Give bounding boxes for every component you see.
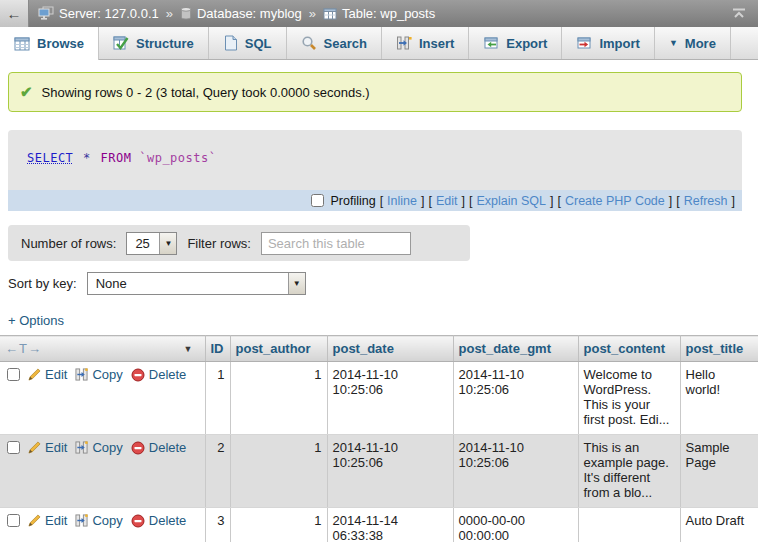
- tab-insert[interactable]: Insert: [382, 27, 469, 59]
- sort-by-key-label: Sort by key:: [8, 276, 77, 291]
- delete-link[interactable]: Delete: [131, 440, 187, 455]
- cell-id[interactable]: 3: [205, 508, 230, 542]
- cell-post-content[interactable]: Welcome to WordPress. This is your first…: [578, 362, 680, 435]
- collapse-panel-icon[interactable]: [732, 8, 746, 19]
- breadcrumb-server[interactable]: Server: 127.0.0.1: [59, 6, 159, 21]
- column-header-actions: ←T→ ▼: [0, 336, 205, 362]
- edit-link[interactable]: Edit: [28, 440, 67, 455]
- column-header-post-content[interactable]: post_content: [578, 336, 680, 362]
- column-header-post-date-gmt[interactable]: post_date_gmt: [453, 336, 578, 362]
- sql-keyword-select: SELECT: [27, 151, 73, 165]
- tab-export[interactable]: Export: [469, 27, 562, 59]
- page-size-select[interactable]: 25 ▼: [126, 232, 177, 255]
- bracket: ]: [732, 194, 735, 208]
- cell-post-date-gmt[interactable]: 2014-11-10 10:25:06: [453, 362, 578, 435]
- column-header-post-title[interactable]: post_title: [680, 336, 758, 362]
- cell-post-date[interactable]: 2014-11-10 10:25:06: [327, 435, 453, 508]
- sort-key-select[interactable]: None ▼: [87, 272, 306, 295]
- refresh-link[interactable]: Refresh: [684, 194, 728, 208]
- sql-query-box: SELECT * FROM `wp_posts` Profiling [ Inl…: [8, 130, 742, 211]
- delete-icon: [131, 441, 145, 455]
- cell-post-date[interactable]: 2014-11-14 06:33:38: [327, 508, 453, 542]
- back-arrow-button[interactable]: ←: [0, 0, 29, 27]
- column-header-post-author[interactable]: post_author: [230, 336, 327, 362]
- column-move-icon: ←T→: [5, 341, 42, 356]
- edit-label: Edit: [45, 513, 67, 528]
- row-checkbox[interactable]: [7, 514, 20, 527]
- table-icon: [323, 7, 337, 21]
- create-php-code-link[interactable]: Create PHP Code: [565, 194, 665, 208]
- cell-post-date-gmt[interactable]: 0000-00-00 00:00:00: [453, 508, 578, 542]
- tab-label: More: [685, 36, 716, 51]
- bracket: [: [380, 194, 383, 208]
- edit-link[interactable]: Edit: [28, 513, 67, 528]
- breadcrumb: Server: 127.0.0.1 » Database: myblog » T…: [29, 6, 435, 21]
- sql-star: *: [83, 151, 91, 165]
- tab-import[interactable]: Import: [562, 27, 654, 59]
- sql-table-ref: `wp_posts`: [139, 151, 216, 165]
- query-toolbar: Profiling [ Inline ] [ Edit ] [ Explain …: [8, 190, 742, 211]
- cell-post-content[interactable]: This is an example page. It's different …: [578, 435, 680, 508]
- edit-query-link[interactable]: Edit: [436, 194, 458, 208]
- profiling-label: Profiling: [330, 194, 375, 208]
- cell-id[interactable]: 2: [205, 435, 230, 508]
- server-icon: [38, 6, 54, 21]
- breadcrumb-table[interactable]: Table: wp_posts: [342, 6, 435, 21]
- copy-link[interactable]: Copy: [75, 367, 122, 382]
- left-arrow-icon: ←: [7, 5, 22, 22]
- row-checkbox[interactable]: [7, 441, 20, 454]
- tab-browse[interactable]: Browse: [0, 27, 99, 60]
- cell-post-content[interactable]: [578, 508, 680, 542]
- column-header-id[interactable]: ID: [205, 336, 230, 362]
- phpmyadmin-screen: ← Server: 127.0.0.1 » Database: myblog »: [0, 0, 758, 542]
- cell-post-title[interactable]: Sample Page: [680, 435, 758, 508]
- tab-label: Import: [599, 36, 639, 51]
- delete-link[interactable]: Delete: [131, 513, 187, 528]
- status-message: ✔ Showing rows 0 - 2 (3 total, Query too…: [8, 72, 742, 112]
- cell-post-author[interactable]: 1: [230, 508, 327, 542]
- cell-post-date-gmt[interactable]: 2014-11-10 10:25:06: [453, 435, 578, 508]
- options-toggle[interactable]: + Options: [8, 313, 64, 328]
- tab-search[interactable]: Search: [287, 27, 382, 59]
- profiling-checkbox[interactable]: [311, 194, 324, 207]
- tab-sql[interactable]: SQL: [209, 27, 287, 59]
- explain-sql-link[interactable]: Explain SQL: [476, 194, 545, 208]
- breadcrumb-database[interactable]: Database: myblog: [197, 6, 302, 21]
- tab-label: Export: [506, 36, 547, 51]
- chevron-down-icon: ▼: [159, 233, 176, 254]
- cell-post-author[interactable]: 1: [230, 435, 327, 508]
- bracket: [: [676, 194, 679, 208]
- filter-rows-input[interactable]: [261, 232, 411, 255]
- delete-label: Delete: [149, 513, 187, 528]
- row-checkbox[interactable]: [7, 368, 20, 381]
- tab-label: Search: [324, 36, 367, 51]
- copy-link[interactable]: Copy: [75, 513, 122, 528]
- export-icon: [483, 35, 499, 51]
- cell-id[interactable]: 1: [205, 362, 230, 435]
- cell-post-title[interactable]: Hello world!: [680, 362, 758, 435]
- cell-post-author[interactable]: 1: [230, 362, 327, 435]
- browse-icon: [14, 36, 30, 52]
- sql-keyword-from: FROM: [101, 151, 132, 165]
- pencil-icon: [28, 514, 41, 527]
- edit-link[interactable]: Edit: [28, 367, 67, 382]
- bracket: ]: [421, 194, 424, 208]
- inline-link[interactable]: Inline: [387, 194, 417, 208]
- tab-label: Insert: [419, 36, 454, 51]
- cell-post-title[interactable]: Auto Draft: [680, 508, 758, 542]
- bracket: ]: [550, 194, 553, 208]
- topbar: ← Server: 127.0.0.1 » Database: myblog »: [0, 0, 758, 27]
- header-row: ←T→ ▼ ID post_author post_date post_date…: [0, 336, 758, 362]
- structure-icon: [113, 35, 129, 51]
- column-header-post-date[interactable]: post_date: [327, 336, 453, 362]
- breadcrumb-separator: »: [309, 6, 316, 21]
- with-selected-caret-icon[interactable]: ▼: [184, 344, 193, 354]
- copy-link[interactable]: Copy: [75, 440, 122, 455]
- tab-more[interactable]: ▼ More: [655, 27, 731, 59]
- cell-post-date[interactable]: 2014-11-10 10:25:06: [327, 362, 453, 435]
- tab-structure[interactable]: Structure: [99, 27, 209, 59]
- insert-icon: [396, 35, 412, 51]
- delete-link[interactable]: Delete: [131, 367, 187, 382]
- bracket: ]: [669, 194, 672, 208]
- delete-icon: [131, 514, 145, 528]
